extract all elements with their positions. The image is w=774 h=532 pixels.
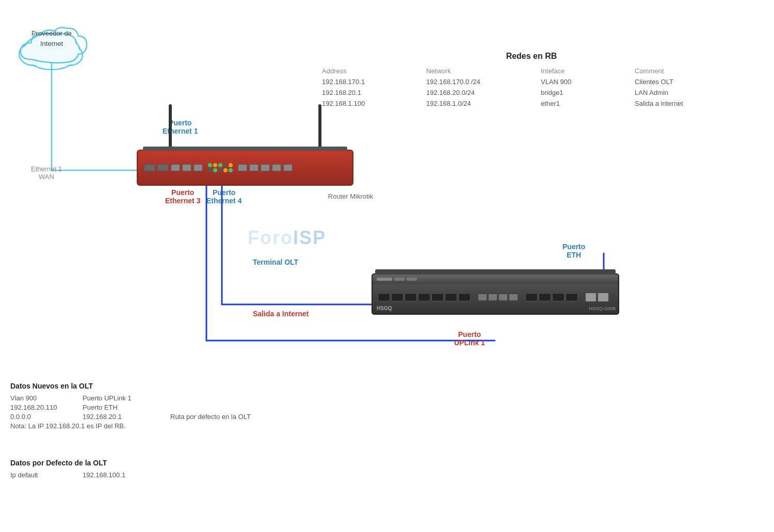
info-r3-c3: Ruta por defecto en la OLT (170, 413, 251, 421)
info-r2-c1: 192.168.20.110 (10, 404, 72, 411)
router-label: Router Mikrotik (328, 192, 373, 200)
olt-eth2 (488, 294, 497, 301)
led5 (229, 163, 233, 167)
led1 (208, 163, 212, 167)
datos-defecto-section: Datos por Defecto de la OLT Ip default 1… (10, 459, 125, 480)
olt-sfp5 (431, 293, 444, 301)
led10 (229, 168, 233, 172)
row1-address: 192.168.170.1 (320, 77, 423, 87)
row3-network: 192.168.1.0/24 (424, 99, 538, 108)
olt-eth4 (509, 294, 518, 301)
svg-point-7 (58, 46, 82, 65)
info-row-1: Vlan 900 Puerto UPLink 1 (10, 394, 251, 402)
router-ports (138, 151, 352, 185)
olt-brand: HSGQ (377, 305, 392, 311)
defecto-r1-c1: Ip default (10, 471, 72, 479)
cloud-label: Proveedor deInternet (15, 28, 88, 49)
olt-mgmt-eth (585, 293, 596, 302)
router-port-eth6 (261, 164, 270, 171)
led4 (223, 163, 228, 167)
router-port-eth8 (283, 164, 293, 171)
info-r4-note: Nota: La IP 192.168.20.1 es IP del RB. (10, 422, 126, 430)
router-port-sfp2 (157, 164, 169, 171)
col-header-inteface: Inteface (539, 66, 632, 76)
router-port-eth7 (272, 164, 281, 171)
watermark: ForoISP (248, 227, 326, 249)
led7 (213, 168, 217, 172)
table-grid: Address Network Inteface Comment 192.168… (320, 66, 743, 108)
salida-internet-label: Salida a Internet (253, 310, 309, 318)
led9 (223, 168, 228, 172)
table-title: Redes en RB (320, 52, 743, 61)
puerto-eth3-label: Puerto Ethernet 3 (165, 188, 200, 205)
terminal-olt-label: Terminal OLT (253, 258, 298, 266)
router-port-sfp1 (144, 164, 155, 171)
info-r2-c2: Puerto ETH (83, 404, 160, 411)
col-header-network: Network (424, 66, 538, 76)
row3-address: 192.168.1.100 (320, 99, 423, 108)
olt-uplink2 (539, 293, 551, 301)
olt-sfp6 (445, 293, 457, 301)
defecto-row-1: Ip default 192.168.100.1 (10, 471, 125, 479)
olt-top (375, 269, 616, 275)
datos-defecto-title: Datos por Defecto de la OLT (10, 459, 125, 467)
datos-nuevos-section: Datos Nuevos en la OLT Vlan 900 Puerto U… (10, 382, 251, 431)
olt-sfp3 (405, 293, 417, 301)
led2 (213, 163, 217, 167)
olt-sfp1 (378, 293, 390, 301)
network-table: Redes en RB Address Network Inteface Com… (320, 52, 743, 108)
router-mikrotik: Router Mikrotik (137, 150, 353, 186)
olt-uplink1 (525, 293, 538, 301)
defecto-r1-c2: 192.168.100.1 (83, 471, 125, 479)
olt-eth1 (478, 294, 487, 301)
olt-eth3 (498, 294, 508, 301)
col-header-address: Address (320, 66, 423, 76)
info-r3-c2: 192.168.20.1 (83, 413, 160, 421)
router-port-eth4 (238, 164, 247, 171)
led3 (218, 163, 222, 167)
info-r3-c1: 0.0.0.0 (10, 413, 72, 421)
olt-sfp2 (391, 293, 404, 301)
antenna-right (318, 104, 321, 151)
info-row-4: Nota: La IP 192.168.20.1 es IP del RB. (10, 422, 251, 430)
row3-inteface: ether1 (539, 99, 632, 108)
router-port-eth3 (194, 164, 203, 171)
puerto-uplink1-label: Puerto UPLink 1 (454, 330, 485, 347)
info-r1-c1: Vlan 900 (10, 394, 72, 402)
row2-comment: LAN Admin (633, 88, 736, 98)
led8 (218, 168, 222, 172)
olt-mgmt-eth2 (598, 293, 609, 302)
info-row-3: 0.0.0.0 192.168.20.1 Ruta por defecto en… (10, 413, 251, 421)
info-r1-c2: Puerto UPLink 1 (83, 394, 160, 402)
led6 (208, 168, 212, 172)
router-port-eth2 (182, 164, 191, 171)
router-leds (208, 163, 233, 172)
olt-sfp4 (418, 293, 430, 301)
row2-inteface: bridge1 (539, 88, 632, 98)
olt-uplink4 (566, 293, 578, 301)
puerto-eth1-label: Puerto Ethernet 1 (163, 119, 198, 135)
router-top-bar (143, 147, 347, 151)
row1-comment: Clientes OLT (633, 77, 736, 87)
row2-network: 192.168.20.0/24 (424, 88, 538, 98)
puerto-eth-olt-label: Puerto ETH (562, 243, 585, 259)
olt-model: HSGQ-G008 (589, 306, 616, 311)
ethernet1-wan-label: Ethernet 1 WAN (31, 165, 62, 181)
info-row-2: 192.168.20.110 Puerto ETH (10, 404, 251, 411)
row1-inteface: VLAN 900 (539, 77, 632, 87)
datos-nuevos-title: Datos Nuevos en la OLT (10, 382, 251, 390)
row3-comment: Salida a internet (633, 99, 736, 108)
puerto-eth4-label: Puerto Ethernet 4 (206, 188, 241, 205)
col-header-comment: Comment (633, 66, 736, 76)
router-port-eth5 (249, 164, 259, 171)
row2-address: 192.168.20.1 (320, 88, 423, 98)
olt-sfp7 (458, 293, 471, 301)
antenna-left (169, 104, 172, 151)
router-port-eth1 (171, 164, 180, 171)
olt-device: HSGQ HSGQ-G008 (372, 273, 619, 315)
row1-network: 192.168.170.0 /24 (424, 77, 538, 87)
olt-uplink3 (552, 293, 565, 301)
